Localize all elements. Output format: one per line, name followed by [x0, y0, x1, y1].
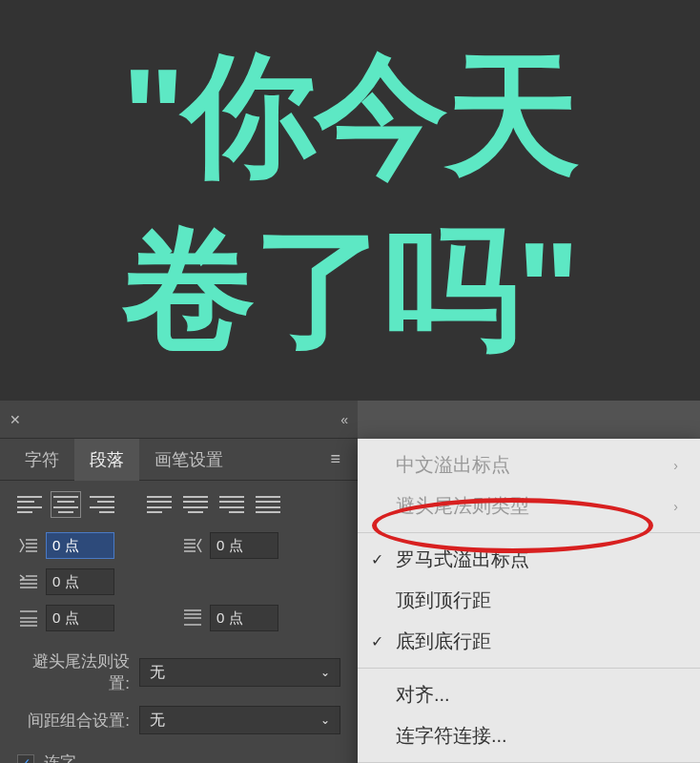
mojikumi-dropdown[interactable]: 无 ⌄	[139, 706, 340, 734]
check-icon: ✓	[371, 550, 383, 568]
first-line-indent-input[interactable]	[46, 568, 114, 595]
canvas-text: "你今天 卷了吗"	[19, 29, 681, 376]
menu-roman-hanging[interactable]: ✓ 罗马式溢出标点	[358, 539, 700, 580]
menu-cjk-hanging[interactable]: 中文溢出标点 ›	[358, 444, 700, 485]
menu-bottom-to-bottom[interactable]: ✓ 底到底行距	[358, 621, 700, 662]
justify-left-button[interactable]	[147, 494, 172, 515]
collapse-icon[interactable]: «	[340, 412, 348, 427]
first-line-indent-icon	[17, 572, 40, 591]
indent-left-icon	[17, 536, 40, 555]
menu-separator	[358, 532, 700, 533]
justify-center-button[interactable]	[183, 494, 208, 515]
tab-character[interactable]: 字符	[10, 439, 74, 481]
menu-separator	[358, 668, 700, 669]
panel-menu-icon[interactable]: ≡	[322, 449, 348, 469]
justify-right-button[interactable]	[219, 494, 244, 515]
align-center-button[interactable]	[53, 494, 78, 515]
paragraph-panel: ✕ « 字符 段落 画笔设置 ≡	[0, 401, 358, 763]
tab-brush[interactable]: 画笔设置	[139, 439, 238, 481]
mojikumi-label: 间距组合设置:	[17, 710, 130, 732]
paragraph-flyout-menu: 中文溢出标点 › 避头尾法则类型 › ✓ 罗马式溢出标点 顶到顶行距 ✓ 底到底…	[358, 439, 700, 763]
align-left-button[interactable]	[17, 494, 42, 515]
tab-paragraph[interactable]: 段落	[74, 439, 139, 481]
chevron-down-icon: ⌄	[320, 666, 330, 679]
kinsoku-label: 避头尾法则设置:	[17, 650, 130, 694]
menu-hyphenation[interactable]: 连字符连接...	[358, 715, 700, 756]
indent-right-input[interactable]	[210, 532, 278, 559]
menu-top-to-top[interactable]: 顶到顶行距	[358, 580, 700, 621]
indent-right-icon	[181, 536, 204, 555]
close-icon[interactable]: ✕	[10, 412, 21, 427]
space-before-input[interactable]	[46, 605, 114, 631]
hyphenate-checkbox[interactable]: ✓	[17, 754, 34, 764]
justify-all-button[interactable]	[256, 494, 280, 515]
align-right-button[interactable]	[90, 494, 114, 515]
canvas-preview: "你今天 卷了吗"	[0, 0, 700, 401]
chevron-right-icon: ›	[673, 499, 678, 514]
hyphenate-label: 连字	[44, 752, 76, 763]
check-icon: ✓	[371, 632, 383, 650]
menu-kinsoku-type[interactable]: 避头尾法则类型 ›	[358, 485, 700, 526]
kinsoku-dropdown[interactable]: 无 ⌄	[139, 658, 340, 687]
chevron-right-icon: ›	[673, 458, 678, 473]
space-before-icon	[17, 608, 40, 628]
indent-left-input[interactable]	[46, 532, 114, 559]
space-after-icon	[181, 608, 204, 628]
menu-justification[interactable]: 对齐...	[358, 674, 700, 715]
space-after-input[interactable]	[210, 605, 278, 631]
chevron-down-icon: ⌄	[320, 713, 330, 727]
